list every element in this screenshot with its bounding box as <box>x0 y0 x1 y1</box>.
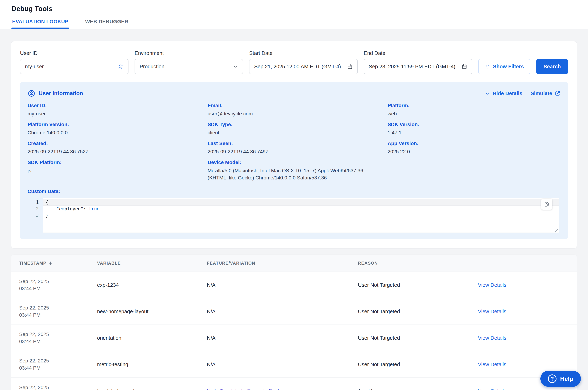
evaluations-table-card: Timestamp Variable Feature/Variation Rea… <box>11 255 577 390</box>
resize-handle[interactable] <box>554 229 558 232</box>
evaluations-table: Timestamp Variable Feature/Variation Rea… <box>11 255 577 390</box>
user-information-actions: Hide Details Simulate <box>485 91 560 97</box>
view-details-link[interactable]: View Details <box>478 282 506 288</box>
hide-details-label: Hide Details <box>493 91 522 97</box>
main-content: User ID Environment Production <box>0 29 588 390</box>
user-id-input[interactable] <box>25 64 118 70</box>
line-number-gutter: 1 2 3 <box>28 198 43 233</box>
column-header-reason[interactable]: Reason <box>358 255 478 272</box>
timestamp-cell: Sep 22, 202503:44 PM <box>11 298 97 325</box>
info-field: Last Seen:2025-09-22T19:44:36.749Z <box>208 141 380 155</box>
feature-cell: N/A <box>207 272 358 298</box>
variable-cell: new-homepage-layout <box>97 298 207 325</box>
info-field: SDK Type:client <box>208 122 380 136</box>
timestamp-cell: Sep 22, 202503:44 PM <box>11 351 97 378</box>
code-line: } <box>43 212 559 219</box>
user-add-icon[interactable] <box>118 64 123 69</box>
end-date-input[interactable]: Sep 23, 2025 11:59 PM EDT (GMT-4) <box>364 59 472 74</box>
hide-details-button[interactable]: Hide Details <box>485 91 522 97</box>
copy-button[interactable] <box>541 198 552 210</box>
table-row: Sep 22, 202503:44 PM exp-1234 N/A User N… <box>11 272 577 298</box>
filter-row: User ID Environment Production <box>20 50 568 74</box>
info-field: SDK Platform:js <box>28 160 200 181</box>
help-label: Help <box>560 375 573 382</box>
sort-desc-icon[interactable] <box>48 261 53 266</box>
page-title: Debug Tools <box>11 5 588 13</box>
timestamp-cell: Sep 22, 202503:44 PM <box>11 272 97 298</box>
user-information-title: User Information <box>39 90 83 97</box>
user-information-panel: User Information Hide Details Simulate <box>20 82 568 239</box>
help-button[interactable]: ? Help <box>540 371 581 387</box>
actions-cell: View Details <box>478 272 577 298</box>
column-header-variable[interactable]: Variable <box>97 255 207 272</box>
code-line: { <box>43 199 559 205</box>
lookup-card: User ID Environment Production <box>11 41 577 248</box>
question-circle-icon: ? <box>548 374 556 383</box>
user-id-input-wrap <box>20 59 129 74</box>
feature-cell: N/A <box>207 351 358 378</box>
environment-group: Environment Production <box>135 50 243 74</box>
chevron-down-icon <box>233 64 238 69</box>
user-circle-icon <box>28 90 35 97</box>
reason-cell: User Not Targeted <box>358 351 478 378</box>
view-details-link[interactable]: View Details <box>478 309 506 314</box>
table-row: Sep 22, 202503:44 PM orientation N/A Use… <box>11 325 577 351</box>
feature-cell: N/A <box>207 298 358 325</box>
code-area[interactable]: { "employee": true } <box>43 198 559 233</box>
line-number: 1 <box>28 199 43 205</box>
info-field: Created:2025-09-22T19:44:36.752Z <box>28 141 200 155</box>
simulate-button[interactable]: Simulate <box>531 91 560 97</box>
tab-evaluation-lookup[interactable]: EVALUATION LOOKUP <box>11 14 69 29</box>
line-number: 3 <box>28 212 43 219</box>
filter-funnel-icon <box>485 64 490 69</box>
start-date-input[interactable]: Sep 21, 2025 12:00 AM EDT (GMT-4) <box>249 59 357 74</box>
custom-data-label: Custom Data: <box>28 189 560 194</box>
search-button[interactable]: Search <box>536 59 568 74</box>
calendar-icon[interactable] <box>461 64 467 69</box>
variable-cell: orientation <box>97 325 207 351</box>
info-field: Email:user@devcycle.com <box>208 103 380 117</box>
start-date-value: Sep 21, 2025 12:00 AM EDT (GMT-4) <box>254 64 347 70</box>
start-date-label: Start Date <box>249 50 357 56</box>
reason-cell: App Version <box>358 378 478 390</box>
table-row: Sep 22, 202503:44 PM new-homepage-layout… <box>11 298 577 325</box>
tab-web-debugger[interactable]: WEB DEBUGGER <box>85 14 129 29</box>
info-field: Device Model:Mozilla/5.0 (Macintosh; Int… <box>208 160 380 181</box>
table-row: Sep 22, 202503:44 PM metric-testing N/A … <box>11 351 577 378</box>
line-number: 2 <box>28 205 43 212</box>
start-date-group: Start Date Sep 21, 2025 12:00 AM EDT (GM… <box>249 50 357 74</box>
reason-cell: User Not Targeted <box>358 298 478 325</box>
user-id-label: User ID <box>20 50 129 56</box>
variable-cell: metric-testing <box>97 351 207 378</box>
page-header: Debug Tools EVALUATION LOOKUP WEB DEBUGG… <box>0 0 588 29</box>
column-header-feature[interactable]: Feature/Variation <box>207 255 358 272</box>
show-filters-button[interactable]: Show Filters <box>478 59 530 74</box>
user-info-grid: User ID:my-user Email:user@devcycle.com … <box>28 103 560 181</box>
code-line: "employee": true <box>43 205 559 212</box>
custom-data-editor[interactable]: 1 2 3 { "employee": true } <box>28 198 560 233</box>
table-row: Sep 22, 202503:44 PM togglebot-speed Hel… <box>11 378 577 390</box>
environment-select[interactable]: Production <box>135 59 243 74</box>
code-body: 1 2 3 { "employee": true } <box>28 198 560 233</box>
info-field: Platform Version:Chrome 140.0.0.0 <box>28 122 200 136</box>
info-field: Platform:web <box>388 103 560 117</box>
calendar-icon[interactable] <box>347 64 353 69</box>
view-details-link[interactable]: View Details <box>478 362 506 367</box>
info-field: App Version:2025.22.0 <box>388 141 560 155</box>
actions-cell: View Details <box>478 325 577 351</box>
chevron-down-icon <box>485 91 490 96</box>
timestamp-cell: Sep 22, 202503:44 PM <box>11 378 97 390</box>
copy-icon <box>544 201 549 207</box>
column-header-timestamp[interactable]: Timestamp <box>11 255 97 272</box>
user-id-group: User ID <box>20 50 129 74</box>
feature-cell: Hello Togglebot - Example Feature <box>207 378 358 390</box>
tab-bar: EVALUATION LOOKUP WEB DEBUGGER <box>11 14 129 29</box>
view-details-link[interactable]: View Details <box>478 388 506 390</box>
variable-cell: exp-1234 <box>97 272 207 298</box>
user-information-header: User Information Hide Details Simulate <box>28 90 560 97</box>
view-details-link[interactable]: View Details <box>478 335 506 341</box>
show-filters-label: Show Filters <box>493 64 524 70</box>
environment-label: Environment <box>135 50 243 56</box>
actions-cell: View Details <box>478 298 577 325</box>
info-field: SDK Version:1.47.1 <box>388 122 560 136</box>
